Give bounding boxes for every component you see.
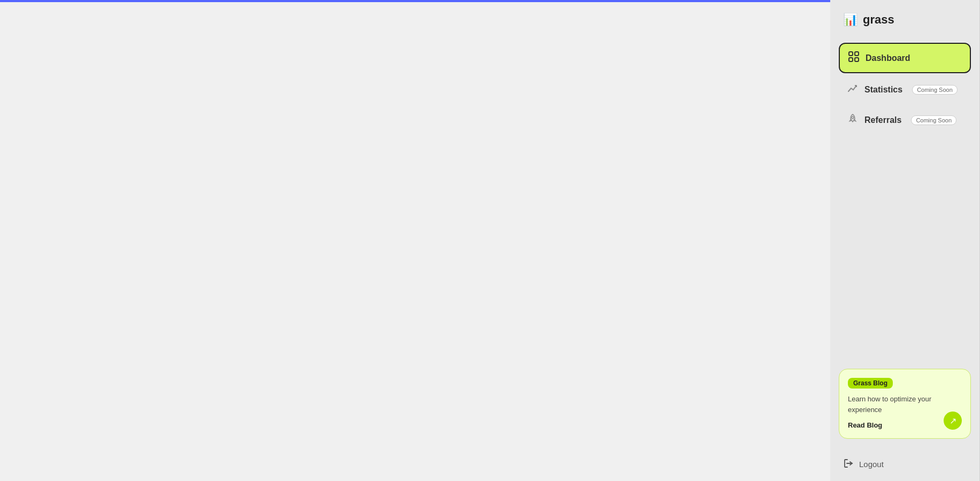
sidebar-nav: Dashboard Statistics Coming Soon bbox=[830, 37, 979, 360]
logo: 📊 grass bbox=[830, 0, 979, 37]
svg-rect-1 bbox=[855, 52, 859, 56]
grid-icon bbox=[848, 51, 859, 65]
sidebar-item-label-referrals: Referrals bbox=[864, 115, 901, 125]
logout-button[interactable]: Logout bbox=[830, 447, 979, 481]
svg-rect-0 bbox=[849, 52, 853, 56]
blog-description: Learn how to optimize your experience bbox=[848, 394, 962, 415]
sidebar-item-label-statistics: Statistics bbox=[864, 85, 902, 95]
sidebar-item-label-dashboard: Dashboard bbox=[866, 53, 910, 63]
blog-read-label: Read Blog bbox=[848, 421, 882, 429]
logo-text: grass bbox=[863, 13, 894, 27]
blog-tag: Grass Blog bbox=[848, 378, 893, 389]
arrow-icon: ↗ bbox=[950, 416, 956, 426]
blog-arrow-button[interactable]: ↗ bbox=[944, 412, 962, 430]
statistics-badge: Coming Soon bbox=[912, 85, 958, 95]
rocket-icon bbox=[847, 113, 858, 127]
sidebar-item-referrals[interactable]: Referrals Coming Soon bbox=[839, 106, 971, 134]
sidebar-item-statistics[interactable]: Statistics Coming Soon bbox=[839, 75, 971, 104]
sidebar: 📊 grass Dashboard bbox=[830, 0, 980, 481]
sidebar-item-dashboard[interactable]: Dashboard bbox=[839, 43, 971, 73]
blog-card: Grass Blog Learn how to optimize your ex… bbox=[839, 369, 971, 439]
svg-rect-3 bbox=[855, 58, 859, 61]
chart-icon bbox=[847, 83, 858, 96]
svg-rect-2 bbox=[849, 58, 853, 61]
logout-icon bbox=[843, 458, 854, 470]
logout-label: Logout bbox=[859, 460, 884, 469]
logo-icon: 📊 bbox=[843, 13, 858, 27]
referrals-badge: Coming Soon bbox=[911, 115, 956, 125]
svg-point-6 bbox=[852, 117, 854, 119]
